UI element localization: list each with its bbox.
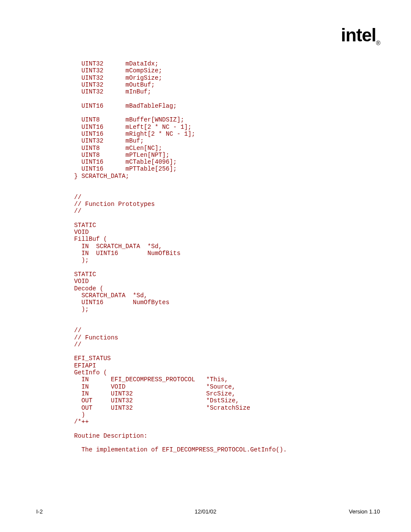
- logo-text: intel: [341, 25, 376, 45]
- page: intel® UINT32 mDataIdx; UINT32 mCompSize…: [0, 0, 411, 532]
- logo-registered: ®: [376, 40, 380, 47]
- footer-version: Version 1.10: [349, 508, 380, 515]
- intel-logo: intel®: [341, 25, 380, 47]
- code-listing: UINT32 mDataIdx; UINT32 mCompSize; UINT3…: [74, 60, 380, 454]
